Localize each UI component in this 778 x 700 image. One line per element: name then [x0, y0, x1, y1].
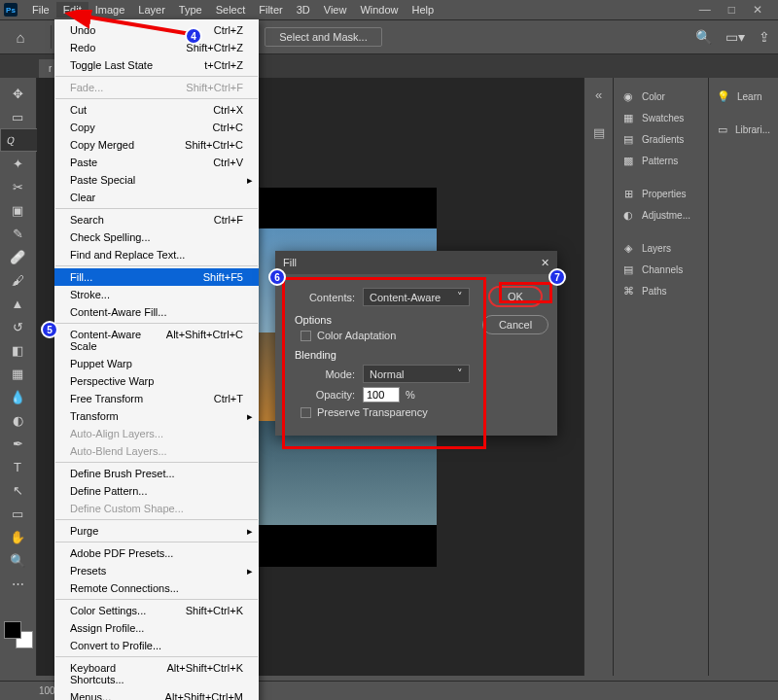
menu-item-remote-connections-[interactable]: Remote Connections...	[54, 579, 259, 597]
panel-color[interactable]: ◉Color	[614, 86, 708, 107]
menu-select[interactable]: Select	[209, 2, 253, 18]
menu-item-stroke-[interactable]: Stroke...	[54, 286, 259, 303]
expand-icon[interactable]: «	[595, 88, 602, 102]
panel-learn[interactable]: 💡Learn	[709, 86, 778, 107]
blur-tool-icon[interactable]: 💧	[0, 385, 35, 408]
shape-tool-icon[interactable]: ▭	[0, 502, 35, 525]
menu-help[interactable]: Help	[406, 2, 442, 18]
menu-image[interactable]: Image	[88, 2, 132, 18]
menu-item-presets[interactable]: Presets▸	[54, 562, 259, 579]
mode-dropdown[interactable]: Normal˅	[363, 365, 470, 383]
workspace-icon[interactable]: ▭▾	[725, 29, 745, 45]
menu-item-paste[interactable]: PasteCtrl+V	[54, 154, 259, 171]
panel-gradients[interactable]: ▤Gradients	[614, 128, 708, 150]
menu-item-menus-[interactable]: Menus...Alt+Shift+Ctrl+M	[54, 688, 259, 700]
menu-filter[interactable]: Filter	[252, 2, 289, 18]
menu-item-cut[interactable]: CutCtrl+X	[54, 101, 259, 119]
menu-view[interactable]: View	[317, 2, 354, 18]
menu-item-keyboard-shortcuts-[interactable]: Keyboard Shortcuts...Alt+Shift+Ctrl+K	[54, 659, 259, 688]
menu-item-undo[interactable]: UndoCtrl+Z	[54, 21, 259, 39]
menu-item-find-and-replace-text-[interactable]: Find and Replace Text...	[54, 246, 259, 263]
menu-item-puppet-warp[interactable]: Puppet Warp	[54, 355, 259, 372]
wand-tool-icon[interactable]: ✦	[0, 152, 35, 175]
fill-dialog: Fill ✕ Contents: Content-Aware˅ Options …	[275, 251, 557, 436]
crop-tool-icon[interactable]: ✂	[0, 175, 35, 198]
menu-edit[interactable]: Edit	[56, 2, 88, 18]
menu-item-color-settings-[interactable]: Color Settings...Shift+Ctrl+K	[54, 602, 259, 619]
share-icon[interactable]: ⇪	[759, 29, 770, 45]
brush-tool-icon[interactable]: 🖌	[0, 268, 35, 292]
type-tool-icon[interactable]: T	[0, 455, 35, 478]
preserve-checkbox[interactable]	[301, 407, 311, 418]
panel-libraries[interactable]: ▭Librari...	[709, 119, 778, 140]
maximize-button[interactable]: □	[728, 3, 735, 17]
edit-toolbar-icon[interactable]: ⋯	[0, 572, 35, 595]
menu-item-perspective-warp[interactable]: Perspective Warp	[54, 372, 259, 390]
cancel-button[interactable]: Cancel	[482, 315, 548, 334]
gradient-tool-icon[interactable]: ▦	[0, 362, 35, 385]
menu-layer[interactable]: Layer	[131, 2, 172, 18]
color-adapt-checkbox[interactable]	[301, 331, 311, 341]
path-tool-icon[interactable]: ↖	[0, 478, 35, 502]
menu-item-copy-merged[interactable]: Copy MergedShift+Ctrl+C	[54, 136, 259, 154]
move-tool-icon[interactable]: ✥	[0, 82, 35, 105]
menu-item-define-pattern-[interactable]: Define Pattern...	[54, 482, 259, 500]
color-swatch[interactable]	[4, 621, 33, 648]
eraser-tool-icon[interactable]: ◧	[0, 338, 35, 362]
dialog-title-bar[interactable]: Fill ✕	[275, 251, 557, 274]
menu-item-transform[interactable]: Transform▸	[54, 407, 259, 425]
panel-swatches[interactable]: ▦Swatches	[614, 107, 708, 128]
hand-tool-icon[interactable]: ✋	[0, 525, 35, 548]
select-and-mask-button[interactable]: Select and Mask...	[265, 27, 382, 47]
marquee-tool-icon[interactable]: ▭	[0, 105, 35, 128]
menu-item-copy[interactable]: CopyCtrl+C	[54, 119, 259, 136]
menu-window[interactable]: Window	[353, 2, 405, 18]
eyedropper-tool-icon[interactable]: ✎	[0, 222, 35, 245]
dialog-close-icon[interactable]: ✕	[541, 257, 549, 269]
menu-item-check-spelling-[interactable]: Check Spelling...	[54, 228, 259, 246]
pen-tool-icon[interactable]: ✒	[0, 432, 35, 455]
menu-item-search[interactable]: SearchCtrl+F	[54, 211, 259, 228]
menu-item-content-aware-fill-[interactable]: Content-Aware Fill...	[54, 303, 259, 321]
history-icon[interactable]: ▤	[593, 125, 605, 140]
frame-tool-icon[interactable]: ▣	[0, 198, 35, 222]
panel-adjustments[interactable]: ◐Adjustme...	[614, 204, 708, 226]
menu-item-free-transform[interactable]: Free TransformCtrl+T	[54, 390, 259, 407]
right-panels: « ▤ ◉Color ▦Swatches ▤Gradients ▩Pattern…	[584, 78, 778, 676]
panel-patterns[interactable]: ▩Patterns	[614, 150, 708, 171]
patterns-icon: ▩	[621, 154, 635, 167]
heal-tool-icon[interactable]: 🩹	[0, 245, 35, 268]
panel-group-a: ◉Color ▦Swatches ▤Gradients ▩Patterns ⊞P…	[613, 78, 708, 676]
home-icon[interactable]: ⌂	[8, 24, 33, 50]
dodge-tool-icon[interactable]: ◐	[0, 408, 35, 432]
menu-item-content-aware-scale[interactable]: Content-Aware ScaleAlt+Shift+Ctrl+C	[54, 326, 259, 355]
menu-item-assign-profile-[interactable]: Assign Profile...	[54, 619, 259, 637]
menu-item-convert-to-profile-[interactable]: Convert to Profile...	[54, 637, 259, 654]
panel-layers[interactable]: ◈Layers	[614, 237, 708, 259]
menu-item-purge[interactable]: Purge▸	[54, 522, 259, 540]
opacity-input[interactable]	[363, 387, 400, 402]
close-button[interactable]: ✕	[753, 3, 762, 17]
menu-item-redo[interactable]: RedoShift+Ctrl+Z	[54, 39, 259, 56]
menu-item-clear[interactable]: Clear	[54, 189, 259, 206]
stamp-tool-icon[interactable]: ▲	[0, 292, 35, 315]
menu-type[interactable]: Type	[172, 2, 209, 18]
menu-3d[interactable]: 3D	[290, 2, 317, 18]
menu-file[interactable]: File	[25, 2, 56, 18]
menu-item-toggle-last-state[interactable]: Toggle Last Statet+Ctrl+Z	[54, 56, 259, 74]
search-icon[interactable]: 🔍	[695, 29, 712, 45]
menu-item-define-brush-preset-[interactable]: Define Brush Preset...	[54, 465, 259, 482]
ok-button[interactable]: OK	[488, 286, 543, 307]
menu-item-adobe-pdf-presets-[interactable]: Adobe PDF Presets...	[54, 544, 259, 562]
panel-paths[interactable]: ⌘Paths	[614, 280, 708, 301]
panel-channels[interactable]: ▤Channels	[614, 259, 708, 280]
fg-color[interactable]	[4, 621, 21, 639]
menu-item-paste-special[interactable]: Paste Special▸	[54, 171, 259, 189]
zoom-tool-icon[interactable]: 🔍	[0, 548, 35, 572]
history-brush-icon[interactable]: ↺	[0, 315, 35, 338]
minimize-button[interactable]: —	[699, 3, 711, 17]
contents-dropdown[interactable]: Content-Aware˅	[363, 288, 470, 306]
panel-properties[interactable]: ⊞Properties	[614, 183, 708, 204]
dialog-body: Contents: Content-Aware˅ Options Color A…	[275, 274, 557, 436]
menu-item-fill-[interactable]: Fill...Shift+F5	[54, 268, 259, 286]
